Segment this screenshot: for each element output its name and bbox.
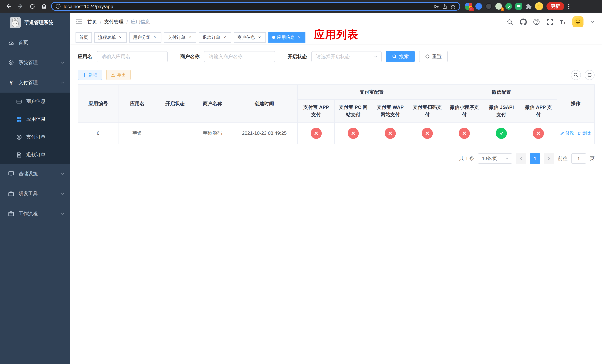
sidebar-item-merchant-info[interactable]: 商户信息 [0, 93, 70, 110]
bookmark-star-icon[interactable] [450, 3, 456, 9]
coin-order-icon [16, 134, 22, 140]
sidebar-item-refund-order[interactable]: 退款订单 [0, 146, 70, 164]
show-search-toggle-icon[interactable] [571, 70, 581, 80]
toolbar-right [571, 70, 595, 80]
page-size-select[interactable]: 10条/页 [478, 153, 512, 164]
help-icon[interactable] [532, 18, 540, 26]
svg-text:T: T [559, 19, 563, 25]
breadcrumb-home[interactable]: 首页 [87, 19, 97, 25]
browser-back-button[interactable] [4, 1, 13, 11]
site-info-icon[interactable] [55, 4, 61, 9]
sidebar-item-infrastructure[interactable]: 基础设施 [0, 164, 70, 184]
sidebar-fold-icon[interactable] [75, 19, 82, 25]
chevron-down-icon [61, 61, 64, 64]
extension-colorful-icon[interactable]: 10 [465, 3, 472, 10]
sidebar-item-app-info[interactable]: 应用信息 [0, 110, 70, 128]
status-label: 开启状态 [288, 53, 307, 60]
breadcrumb-payment[interactable]: 支付管理 [104, 19, 123, 25]
app-title: 芋道管理系统 [24, 19, 53, 26]
extension-chat-icon[interactable] [515, 3, 522, 10]
chevron-up-icon [61, 81, 64, 85]
yen-icon: ¥ [8, 80, 14, 86]
delete-link[interactable]: 删除 [577, 130, 591, 136]
refresh-table-icon[interactable] [585, 70, 595, 80]
tab-refund-order[interactable]: 退款订单× [199, 32, 231, 43]
address-bar[interactable]: localhost:1024/pay/app [51, 2, 460, 11]
tab-home[interactable]: 首页 [75, 32, 92, 43]
tab-pay-order[interactable]: 支付订单× [164, 32, 196, 43]
sidebar-item-payment[interactable]: ¥ 支付管理 [0, 73, 70, 93]
extension-dark-icon[interactable] [485, 3, 492, 10]
col-merchant: 商户名称 [194, 85, 231, 122]
export-button[interactable]: 导出 [106, 70, 131, 80]
password-key-icon[interactable] [434, 3, 439, 9]
user-avatar[interactable] [572, 16, 583, 27]
tab-user-group[interactable]: 用户分组× [129, 32, 161, 43]
github-icon[interactable] [519, 18, 527, 26]
sidebar-item-home[interactable]: 首页 [0, 32, 70, 53]
caret-down-icon[interactable] [589, 18, 597, 26]
font-size-icon[interactable]: TT [559, 18, 567, 26]
share-icon[interactable] [442, 3, 447, 9]
pagination-total: 共 1 条 [459, 155, 474, 162]
sidebar: 芋道管理系统 首页 系统管理 ¥ 支付管理 [0, 13, 70, 364]
wx-app-disabled-icon [533, 128, 544, 139]
sidebar-item-system[interactable]: 系统管理 [0, 53, 70, 73]
browser-forward-button[interactable] [16, 1, 25, 11]
app-logo [10, 17, 21, 28]
status-select[interactable]: 请选择开启状态 [311, 51, 382, 62]
col-alipay-pc: 支付宝 PC 网站支付 [335, 99, 372, 122]
extension-avatar-icon[interactable]: 1 [495, 3, 502, 10]
fullscreen-icon[interactable] [546, 18, 554, 26]
merchant-name-label: 商户名称 [180, 53, 200, 60]
extension-blue-icon[interactable] [475, 3, 482, 10]
sidebar-logo[interactable]: 芋道管理系统 [0, 13, 70, 32]
extensions-menu-icon[interactable] [525, 3, 532, 10]
alipay-scan-disabled-icon [422, 128, 433, 139]
close-icon[interactable]: × [187, 35, 193, 40]
monitor-icon [8, 171, 14, 177]
alipay-wap-disabled-icon [385, 128, 396, 139]
reset-button[interactable]: 重置 [419, 51, 448, 62]
browser-home-button[interactable] [39, 1, 49, 11]
add-button[interactable]: 新增 [78, 70, 102, 80]
tab-app-info[interactable]: 应用信息× [269, 32, 305, 43]
page-number-button[interactable]: 1 [530, 153, 540, 164]
browser-profile-avatar[interactable] [535, 2, 543, 10]
browser-reload-button[interactable] [27, 1, 37, 11]
sidebar-item-workflow[interactable]: 工作流程 [0, 204, 70, 224]
svg-text:T: T [563, 21, 566, 24]
app-name-input[interactable] [97, 51, 168, 62]
tab-merchant-info[interactable]: 商户信息× [234, 32, 266, 43]
col-created: 创建时间 [231, 85, 298, 122]
extension-check-icon[interactable] [505, 3, 512, 10]
close-icon[interactable]: × [297, 35, 302, 40]
close-icon[interactable]: × [257, 35, 262, 40]
goto-page-input[interactable] [571, 153, 586, 164]
merchant-name-input[interactable] [204, 51, 275, 62]
tab-process-form[interactable]: 流程表单× [94, 32, 127, 43]
cell-status [156, 122, 194, 144]
close-icon[interactable]: × [152, 35, 158, 40]
alipay-app-disabled-icon [311, 128, 322, 139]
browser-update-button[interactable]: 更新 [547, 2, 564, 10]
close-icon[interactable]: × [118, 35, 123, 40]
col-app-name: 应用名 [118, 85, 156, 122]
col-wx-jsapi: 微信 JSAPI 支付 [483, 99, 520, 122]
browser-chrome: localhost:1024/pay/app 10 1 [0, 0, 602, 13]
prev-page-button[interactable] [516, 153, 526, 164]
cell-created: 2021-10-23 08:49:25 [231, 122, 298, 144]
wx-jsapi-enabled-icon [496, 128, 507, 139]
search-button[interactable]: 搜索 [386, 51, 415, 62]
close-icon[interactable]: × [222, 35, 227, 40]
edit-link[interactable]: 修改 [560, 130, 574, 136]
sidebar-item-dev-tools[interactable]: 研发工具 [0, 184, 70, 204]
sidebar-item-pay-order[interactable]: 支付订单 [0, 128, 70, 146]
cell-app-name: 芋道 [118, 122, 156, 144]
group-alipay-config: 支付宝配置 [298, 85, 446, 99]
browser-menu-icon[interactable] [568, 4, 570, 9]
col-wx-mini: 微信小程序支付 [446, 99, 483, 122]
header-search-icon[interactable] [506, 18, 514, 26]
col-wx-app: 微信 APP 支付 [520, 99, 557, 122]
next-page-button[interactable] [544, 153, 554, 164]
